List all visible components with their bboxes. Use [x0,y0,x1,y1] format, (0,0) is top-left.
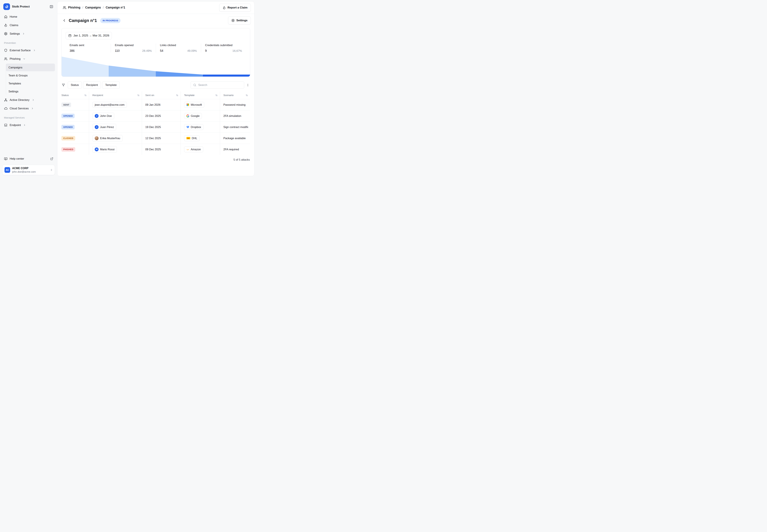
sort-icon[interactable] [246,94,248,97]
template-pill[interactable]: Google [184,113,202,119]
stat-credentials-submitted: Credentials submitted 916,67% [201,44,246,53]
sent-on-cell: 09 Dec 2025 [145,148,161,151]
sidebar-item-campaigns[interactable]: Campaigns [6,64,55,71]
avatar-photo [95,136,99,140]
sidebar-item-home[interactable]: Home [2,13,55,21]
sent-on-cell: 09 Jan 2026 [145,103,160,106]
account-switcher[interactable]: AC ACME CORP john.doe@acme.com [2,165,55,175]
topbar: Phishing / Campaigns / Campaign n°1 Repo… [57,1,254,14]
amazon-logo-icon [186,148,189,151]
sidebar-collapse-button[interactable] [49,4,54,9]
sidebar-item-team-groups[interactable]: Team & Groups [6,72,55,79]
sidebar-item-help-center[interactable]: Help center [2,155,55,163]
column-header-recipient[interactable]: Recipient [89,91,142,99]
swirl-logo-icon [5,5,9,9]
chevron-right-icon [23,124,26,126]
filter-chip-template[interactable]: Template [102,81,120,89]
sidebar-item-active-directory[interactable]: Active Directory [2,96,55,104]
template-pill[interactable]: Amazon [184,146,203,152]
scenario-cell: Password missing [223,103,246,106]
recipient-pill[interactable]: jean.dupont@acme.com [92,102,127,108]
table-header: Status Recipient Sent on Template Scenar… [61,91,250,99]
filter-icon [62,83,65,87]
table-row[interactable]: CLICKED Erika Musterfrau 12 Dec 2025 DHL… [61,133,250,144]
sidebar-item-label: Home [10,15,17,18]
template-pill[interactable]: Microsoft [184,102,204,108]
sidebar-item-claims[interactable]: Claims [2,21,55,29]
account-meta: ACME CORP john.doe@acme.com [12,167,36,173]
column-header-status[interactable]: Status [61,91,89,99]
settings-label: Settings [236,19,248,22]
sort-icon[interactable] [215,94,218,97]
brand-name: Stoïk Protect [12,5,30,8]
table-row[interactable]: SENT jean.dupont@acme.com 09 Jan 2026 Mi… [61,99,250,110]
campaign-content: Jan 1, 2025 → Mar 31, 2026 Emails sent 3… [57,26,254,176]
stoik-logo [3,3,10,10]
sidebar-item-templates[interactable]: Templates [6,80,55,87]
filter-row: Status Recipient Template [61,81,250,89]
recipient-pill[interactable]: JJohn Doe [92,113,114,119]
avatar: M [95,147,99,151]
sidebar-item-endpoint[interactable]: Endpoint [2,121,55,129]
account-name: ACME CORP [12,167,36,170]
breadcrumb-campaigns[interactable]: Campaigns [85,6,101,9]
sidebar-item-external-surface[interactable]: External Surface [2,46,55,54]
sort-icon[interactable] [176,94,178,97]
column-header-template[interactable]: Template [181,91,220,99]
sent-on-cell: 23 Dec 2025 [145,114,161,118]
sidebar-item-phishing[interactable]: Phishing [2,55,55,63]
recipient-pill[interactable]: MMario Rossi [92,146,117,153]
table-row[interactable]: PHISHED MMario Rossi 09 Dec 2025 Amazon … [61,144,250,155]
sort-icon[interactable] [137,94,140,97]
breadcrumb-separator: / [82,6,84,9]
sidebar-item-label: Claims [10,24,18,27]
back-button[interactable] [62,18,67,23]
campaign-header: Campaign n°1 IN PROGRESS Settings [57,14,254,26]
stat-emails-opened: Emails opened 11028.49% [111,44,156,53]
account-email: john.doe@acme.com [12,170,36,173]
sort-icon[interactable] [84,94,87,97]
sidebar-item-label: Cloud Services [10,107,29,110]
search-box [191,81,244,89]
date-range-label: Jan 1, 2025 → Mar 31, 2026 [73,34,109,37]
template-pill[interactable]: Dropbox [184,124,203,130]
app-root: Stoïk Protect Home Claims Settings Preve… [0,0,256,177]
sidebar-item-settings[interactable]: Settings [2,30,55,38]
recipient-pill[interactable]: JJuan Pérez [92,124,116,130]
template-pill[interactable]: DHLDHL [184,135,200,141]
sidebar-item-cloud-services[interactable]: Cloud Services [2,104,55,113]
sidebar-bottom: Help center AC ACME CORP john.doe@acme.c… [2,155,55,175]
main-panel: Phishing / Campaigns / Campaign n°1 Repo… [57,1,254,176]
sidebar-item-label: Settings [8,90,18,93]
stat-percent: 28.49% [142,49,152,53]
sidebar-item-label: Active Directory [10,98,29,102]
sidebar-item-phishing-settings[interactable]: Settings [6,88,55,95]
filter-button[interactable] [61,82,66,88]
table-row[interactable]: OPENED JJohn Doe 23 Dec 2025 Google 2FA … [61,110,250,121]
breadcrumb-phishing[interactable]: Phishing [68,6,80,9]
sidebar: Stoïk Protect Home Claims Settings Preve… [0,0,57,177]
filter-chip-status[interactable]: Status [68,81,82,89]
scenario-cell: Package available [223,137,246,140]
table-row[interactable]: OPENED JJuan Pérez 19 Dec 2025 Dropbox S… [61,121,250,133]
recipient-pill[interactable]: Erika Musterfrau [92,135,123,141]
row-count: 5 of 5 attacks [234,158,250,161]
report-claim-button[interactable]: Report a Claim [219,4,251,12]
search-input[interactable] [198,83,242,87]
book-open-icon [4,157,7,161]
section-label-prevention: Prevention [2,38,55,46]
column-header-scenario[interactable]: Scenario [220,91,250,99]
more-options-button[interactable] [246,82,250,88]
home-icon [4,15,7,18]
section-label-managed-services: Managed Services [2,113,55,121]
filter-chip-recipient[interactable]: Recipient [83,81,101,89]
dhl-logo-icon: DHL [186,137,190,139]
column-header-sent-on[interactable]: Sent on [142,91,181,99]
cloud-icon [4,107,7,110]
campaign-stats-card: Jan 1, 2025 → Mar 31, 2026 Emails sent 3… [61,28,250,77]
settings-button[interactable]: Settings [228,16,251,24]
breadcrumb-current: Campaign n°1 [106,6,125,9]
breadcrumb: Phishing / Campaigns / Campaign n°1 [63,6,125,9]
date-range-picker[interactable]: Jan 1, 2025 → Mar 31, 2026 [66,32,112,39]
sidebar-item-label: Endpoint [10,124,21,127]
